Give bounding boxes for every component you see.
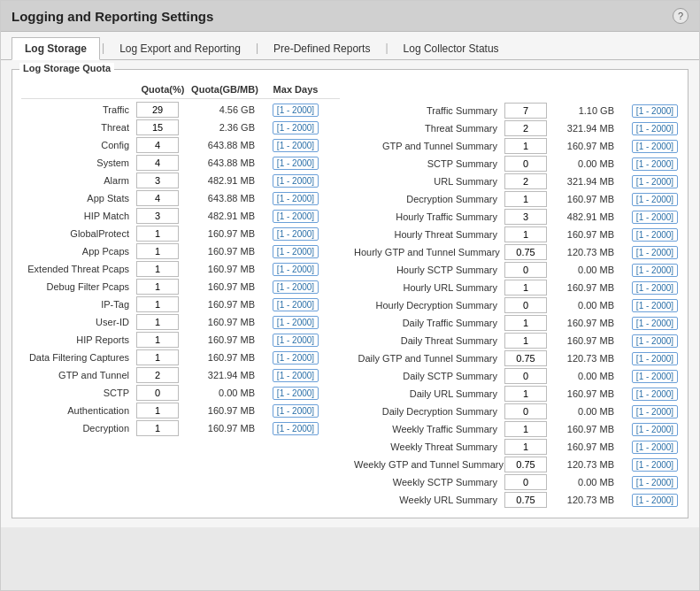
right-maxdays-btn-4[interactable]: [1 - 2000] <box>632 175 678 188</box>
left-maxdays-btn-7[interactable]: [1 - 2000] <box>273 227 319 241</box>
right-maxdays-btn-9[interactable]: [1 - 2000] <box>632 264 678 277</box>
right-quota-input-19[interactable] <box>504 439 547 455</box>
right-quota-input-3[interactable] <box>504 156 547 172</box>
left-maxdays-btn-9[interactable]: [1 - 2000] <box>273 263 319 276</box>
right-maxdays-btn-16[interactable]: [1 - 2000] <box>632 388 678 401</box>
right-quota-input-21[interactable] <box>504 474 547 490</box>
right-maxdays-btn-2[interactable]: [1 - 2000] <box>632 140 678 153</box>
left-quota-input-14[interactable] <box>136 349 179 365</box>
left-maxdays-btn-14[interactable]: [1 - 2000] <box>273 351 319 365</box>
left-maxdays-btn-6[interactable]: [1 - 2000] <box>273 210 319 223</box>
right-maxdays-btn-6[interactable]: [1 - 2000] <box>632 211 678 224</box>
right-quota-input-12[interactable] <box>504 315 547 331</box>
left-maxdays-btn-3[interactable]: [1 - 2000] <box>273 157 319 170</box>
right-maxdays-btn-19[interactable]: [1 - 2000] <box>632 441 678 454</box>
left-row-label-9: Extended Threat Pcaps <box>21 264 136 274</box>
left-quota-input-2[interactable] <box>136 137 179 153</box>
right-maxdays-btn-5[interactable]: [1 - 2000] <box>632 193 678 206</box>
left-quota-input-10[interactable] <box>136 279 179 295</box>
right-maxdays-btn-0[interactable]: [1 - 2000] <box>632 104 678 118</box>
right-quota-input-2[interactable] <box>504 138 547 154</box>
right-maxdays-btn-13[interactable]: [1 - 2000] <box>632 334 678 348</box>
right-maxdays-btn-12[interactable]: [1 - 2000] <box>632 317 678 330</box>
right-quota-input-7[interactable] <box>504 226 547 242</box>
right-maxdays-btn-10[interactable]: [1 - 2000] <box>632 281 678 295</box>
right-maxdays-btn-18[interactable]: [1 - 2000] <box>632 423 678 436</box>
left-maxdays-btn-1[interactable]: [1 - 2000] <box>273 121 319 134</box>
left-table-row: IP-Tag 160.97 MB [1 - 2000] <box>21 296 340 313</box>
right-maxdays-btn-17[interactable]: [1 - 2000] <box>632 405 678 418</box>
right-size-6: 482.91 MB <box>549 211 619 222</box>
left-size-8: 160.97 MB <box>189 246 260 257</box>
right-quota-input-17[interactable] <box>504 403 547 419</box>
left-size-4: 482.91 MB <box>189 175 260 186</box>
left-maxdays-btn-11[interactable]: [1 - 2000] <box>273 298 319 311</box>
left-quota-input-5[interactable] <box>136 190 179 206</box>
tab-log-export[interactable]: Log Export and Reporting <box>106 37 254 59</box>
right-quota-input-9[interactable] <box>504 262 547 278</box>
left-quota-input-9[interactable] <box>136 261 179 277</box>
tab-log-collector[interactable]: Log Collector Status <box>390 37 512 59</box>
left-quota-input-8[interactable] <box>136 243 179 259</box>
right-quota-input-14[interactable] <box>504 350 547 366</box>
right-quota-input-16[interactable] <box>504 386 547 402</box>
left-maxdays-btn-4[interactable]: [1 - 2000] <box>273 174 319 188</box>
left-table-row: User-ID 160.97 MB [1 - 2000] <box>21 313 340 331</box>
left-maxdays-btn-13[interactable]: [1 - 2000] <box>273 334 319 347</box>
right-quota-input-20[interactable] <box>504 457 547 472</box>
right-maxdays-btn-1[interactable]: [1 - 2000] <box>632 122 678 135</box>
left-quota-input-3[interactable] <box>136 155 179 171</box>
right-maxdays-btn-15[interactable]: [1 - 2000] <box>632 370 678 383</box>
right-maxdays-btn-20[interactable]: [1 - 2000] <box>632 458 678 472</box>
left-quota-input-16[interactable] <box>136 385 179 401</box>
left-maxdays-btn-0[interactable]: [1 - 2000] <box>273 104 319 117</box>
left-quota-input-12[interactable] <box>136 314 179 330</box>
left-size-2: 643.88 MB <box>189 140 260 150</box>
left-quota-input-13[interactable] <box>136 332 179 348</box>
right-row-label-8: Hourly GTP and Tunnel Summary <box>354 247 504 257</box>
right-quota-input-0[interactable] <box>504 103 547 119</box>
left-maxdays-btn-16[interactable]: [1 - 2000] <box>273 387 319 400</box>
left-quota-input-11[interactable] <box>136 296 179 312</box>
right-maxdays-btn-21[interactable]: [1 - 2000] <box>632 476 678 489</box>
right-quota-input-1[interactable] <box>504 120 547 136</box>
right-quota-input-5[interactable] <box>504 191 547 207</box>
left-maxdays-btn-8[interactable]: [1 - 2000] <box>273 245 319 258</box>
right-maxdays-btn-7[interactable]: [1 - 2000] <box>632 228 678 242</box>
left-quota-input-1[interactable] <box>136 119 179 135</box>
right-quota-input-4[interactable] <box>504 173 547 189</box>
right-quota-input-8[interactable] <box>504 244 547 260</box>
tab-log-storage[interactable]: Log Storage <box>12 37 100 60</box>
left-quota-input-17[interactable] <box>136 403 179 418</box>
right-quota-input-13[interactable] <box>504 333 547 349</box>
right-quota-input-10[interactable] <box>504 280 547 296</box>
right-table-row: Weekly Traffic Summary 160.97 MB [1 - 20… <box>354 420 690 438</box>
right-quota-input-15[interactable] <box>504 368 547 384</box>
left-maxdays-btn-12[interactable]: [1 - 2000] <box>273 316 319 329</box>
left-quota-input-18[interactable] <box>136 420 179 436</box>
right-quota-input-6[interactable] <box>504 209 547 225</box>
right-maxdays-btn-3[interactable]: [1 - 2000] <box>632 157 678 171</box>
left-row-label-4: Alarm <box>21 175 136 186</box>
help-icon[interactable]: ? <box>673 8 688 24</box>
left-maxdays-btn-18[interactable]: [1 - 2000] <box>273 422 319 435</box>
right-maxdays-btn-8[interactable]: [1 - 2000] <box>632 246 678 259</box>
left-maxdays-btn-15[interactable]: [1 - 2000] <box>273 369 319 382</box>
left-maxdays-btn-2[interactable]: [1 - 2000] <box>273 139 319 152</box>
right-quota-input-18[interactable] <box>504 421 547 437</box>
left-quota-input-7[interactable] <box>136 226 179 242</box>
left-maxdays-btn-10[interactable]: [1 - 2000] <box>273 280 319 294</box>
left-quota-input-0[interactable] <box>136 102 179 118</box>
right-table-row: Hourly URL Summary 160.97 MB [1 - 2000] <box>354 279 690 296</box>
tab-pre-defined[interactable]: Pre-Defined Reports <box>260 37 383 59</box>
left-quota-input-6[interactable] <box>136 208 179 224</box>
right-maxdays-btn-14[interactable]: [1 - 2000] <box>632 352 678 365</box>
right-quota-input-11[interactable] <box>504 297 547 313</box>
left-quota-input-4[interactable] <box>136 173 179 188</box>
left-quota-input-15[interactable] <box>136 367 179 383</box>
right-quota-input-22[interactable] <box>504 492 547 508</box>
right-maxdays-btn-11[interactable]: [1 - 2000] <box>632 299 678 312</box>
left-maxdays-btn-5[interactable]: [1 - 2000] <box>273 192 319 205</box>
right-maxdays-btn-22[interactable]: [1 - 2000] <box>632 494 678 507</box>
left-maxdays-btn-17[interactable]: [1 - 2000] <box>273 404 319 418</box>
